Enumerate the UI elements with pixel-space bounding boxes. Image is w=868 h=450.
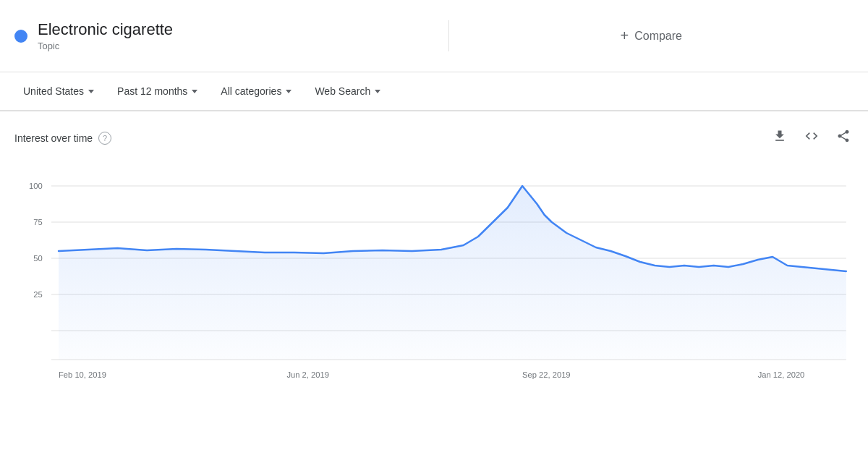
chart-title: Interest over time [14,132,93,144]
chart-header: Interest over time ? [14,126,854,150]
compare-section[interactable]: + Compare [449,27,854,44]
compare-label: Compare [634,30,682,43]
x-label-jun: Jun 2, 2019 [286,370,328,379]
y-label-50: 50 [33,254,42,263]
embed-icon [804,129,819,143]
search-type-label: Web Search [315,85,370,97]
share-icon [836,129,851,143]
chart-area-fill [59,186,846,360]
term-name: Electronic cigarette [38,20,173,39]
y-label-75: 75 [33,218,42,226]
filters-bar: United States Past 12 months All categor… [0,72,868,111]
category-filter[interactable]: All categories [212,80,300,103]
header: Electronic cigarette Topic + Compare [0,0,868,72]
help-icon[interactable]: ? [98,132,111,145]
term-color-dot [14,30,27,43]
period-filter[interactable]: Past 12 months [109,80,206,103]
download-button[interactable] [770,126,790,150]
category-chevron-icon [286,90,292,93]
embed-button[interactable] [801,126,822,150]
period-label: Past 12 months [117,85,187,97]
region-filter[interactable]: United States [14,80,103,103]
region-chevron-icon [88,90,94,93]
x-label-sep: Sep 22, 2019 [522,370,570,379]
chart-title-area: Interest over time ? [14,132,111,145]
period-chevron-icon [192,90,197,93]
term-info: Electronic cigarette Topic [38,20,173,51]
search-term-section: Electronic cigarette Topic [14,20,449,51]
compare-plus-icon: + [621,27,629,44]
region-label: United States [23,85,84,97]
x-label-jan: Jan 12, 2020 [758,370,805,379]
term-type: Topic [38,41,173,51]
category-label: All categories [221,85,281,97]
interest-chart: 100 75 50 25 Feb 10, 2019 Jun 2, 2019 Se… [14,164,854,381]
y-label-25: 25 [33,290,42,299]
chart-actions [770,126,854,150]
search-type-chevron-icon [375,90,380,93]
chart-container: 100 75 50 25 Feb 10, 2019 Jun 2, 2019 Se… [14,164,854,381]
y-label-100: 100 [29,182,43,190]
search-type-filter[interactable]: Web Search [306,80,389,103]
x-label-feb: Feb 10, 2019 [59,370,106,379]
share-button[interactable] [833,126,854,150]
chart-section: Interest over time ? [0,111,868,389]
download-icon [773,129,787,143]
